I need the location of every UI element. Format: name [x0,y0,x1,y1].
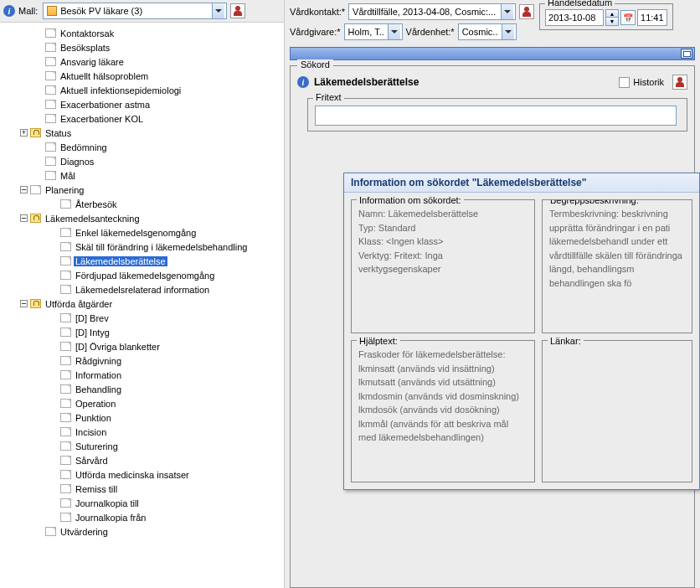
tree-toggle[interactable] [20,214,28,222]
tree-item[interactable]: Mål [5,168,284,183]
tree-item[interactable]: Läkemedelsrelaterad information [5,282,284,297]
tree-item[interactable]: Ansvarig läkare [5,54,284,69]
document-icon [60,441,71,451]
tree-item[interactable]: Information [5,368,284,382]
chevron-down-icon[interactable] [501,4,513,19]
tree-item-label: Journalkopia till [74,498,141,508]
tree-item[interactable]: Planering [5,183,284,197]
mall-label: Mall: [18,6,38,16]
tree-item-label: Information [74,370,123,380]
tree-item[interactable]: Läkemedelsanteckning [5,211,284,225]
popup-section-info: Information om sökordet: Namn: Läkemedel… [351,199,535,333]
tree-item[interactable]: Behandling [5,382,284,396]
document-icon [60,271,71,280]
tree-item[interactable]: Exacerbationer astma [5,97,284,111]
section-legend: Information om sökordet: [357,193,464,208]
tree-item[interactable]: Remiss till [5,482,284,496]
tree-item[interactable]: [D] Intyg [5,325,284,339]
tree-item-label: Exacerbationer KOL [59,114,145,124]
tree-item[interactable]: Incision [5,425,284,439]
sokord-legend: Sökord [297,59,333,70]
tree-item[interactable]: Diagnos [5,154,284,168]
spinner-down[interactable]: ▼ [606,18,618,25]
date-input[interactable]: 2013-10-08 [545,9,604,26]
tree-item[interactable]: Aktuell infektionsepidemiologi [5,83,284,97]
document-icon [60,470,71,479]
info-icon[interactable]: i [3,5,15,17]
tree-item[interactable]: Skäl till förändring i läkemedelsbehandl… [5,240,284,254]
popup-title: Information om sökordet "Läkemedelsberät… [344,173,699,193]
template-icon [47,6,57,16]
person-icon[interactable] [672,75,687,90]
tree-item-label: Exacerbationer astma [59,100,152,110]
document-icon [60,484,71,493]
historik-checkbox[interactable] [619,77,630,88]
person-icon[interactable] [519,4,534,19]
tree-item[interactable]: Journalkopia från [5,510,284,524]
tree-item[interactable]: Rådgivning [5,353,284,368]
left-panel: i Mall: Besök PV läkare (3) Kontaktorsak… [0,0,285,588]
date-spinner[interactable]: ▲ ▼ [605,9,619,26]
fritext-fieldset: Fritext [307,98,687,132]
tree-item[interactable]: Suturering [5,439,284,453]
keyword-tree[interactable]: KontaktorsakBesöksplatsAnsvarig läkareAk… [0,23,284,588]
tree-toggle[interactable] [20,129,28,137]
info-icon[interactable]: i [297,76,309,88]
vardgivare-dropdown[interactable]: Holm, T... [344,23,403,40]
tree-item[interactable]: Läkemedelsberättelse [5,254,284,268]
tree-item[interactable]: Återbesök [5,197,284,211]
tree-toggle[interactable] [20,300,28,307]
tree-item-label: Journalkopia från [74,513,147,523]
tree-item-label: Fördjupad läkemedelsgenomgång [74,271,216,281]
tree-item[interactable]: Kontaktorsak [5,26,284,40]
document-icon [60,313,71,322]
tree-item-label: Ansvarig läkare [59,57,126,67]
fritext-legend: Fritext [313,92,344,102]
tree-item[interactable]: Exacerbationer KOL [5,111,284,126]
document-icon [60,342,71,351]
tree-item[interactable]: Utvärdering [5,524,284,539]
document-icon [45,142,56,152]
document-icon [30,185,41,194]
tree-item-label: Planering [44,185,85,195]
tree-item[interactable]: [D] Övriga blanketter [5,339,284,353]
time-input[interactable]: 11:41 [637,9,667,26]
tree-item-label: Incision [74,427,108,437]
tree-item-label: Aktuellt hälsoproblem [59,71,150,81]
tree-item-label: Enkel läkemedelsgenomgång [74,228,198,238]
tree-item[interactable]: Punktion [5,410,284,425]
tree-item[interactable]: [D] Brev [5,311,284,325]
help-line: lkmmål (används för att beskriva mål med… [358,417,528,445]
restore-button[interactable] [681,49,692,59]
chevron-down-icon[interactable] [212,3,224,18]
chevron-down-icon[interactable] [388,24,400,39]
tree-item[interactable]: Fördjupad läkemedelsgenomgång [5,268,284,282]
tree-toggle[interactable] [20,186,28,193]
document-icon [60,456,71,465]
tree-item[interactable]: Besöksplats [5,40,284,54]
mall-dropdown[interactable]: Besök PV läkare (3) [43,3,227,19]
tree-item[interactable]: Sårvård [5,453,284,467]
tree-item[interactable]: Journalkopia till [5,496,284,510]
tree-item[interactable]: Enkel läkemedelsgenomgång [5,225,284,240]
document-icon [45,28,56,38]
tree-item[interactable]: Utförda åtgärder [5,297,284,311]
tree-item[interactable]: Operation [5,396,284,410]
document-icon [45,100,56,109]
tree-item[interactable]: Bedömning [5,140,284,154]
document-icon [60,285,71,294]
tree-item[interactable]: Utförda medicinska insatser [5,467,284,482]
tree-item[interactable]: Aktuellt hälsoproblem [5,69,284,83]
tree-item[interactable]: Status [5,126,284,140]
document-icon [60,199,71,209]
vardenhet-dropdown[interactable]: Cosmic... [458,23,517,40]
chevron-down-icon[interactable] [502,24,514,39]
tree-item-label: Besöksplats [59,43,111,53]
vardkontakt-dropdown[interactable]: Vårdtillfälle, 2013-04-08, Cosmic:... [348,3,516,20]
tree-item-label: Operation [74,399,117,409]
person-icon[interactable] [230,3,245,18]
fritext-input[interactable] [315,106,677,126]
calendar-icon[interactable] [620,10,636,25]
spinner-up[interactable]: ▲ [606,10,618,18]
tree-item-label: Behandling [74,384,123,395]
